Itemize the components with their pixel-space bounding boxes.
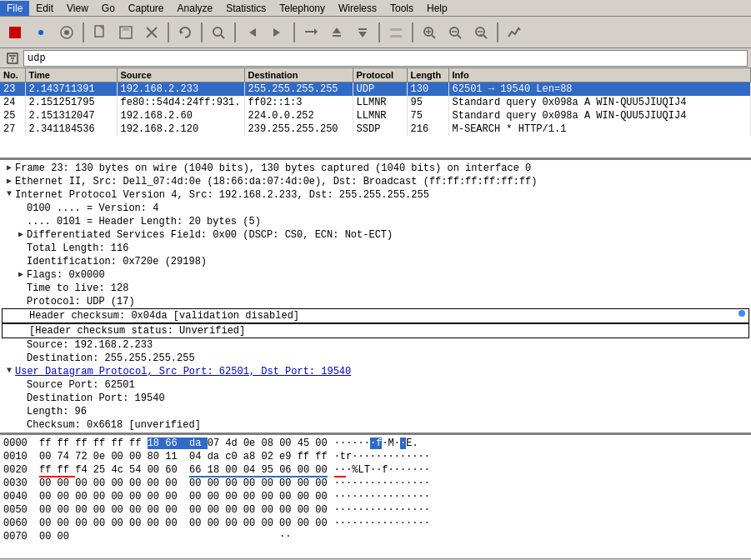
menu-statistics[interactable]: Statistics <box>219 1 273 16</box>
toolbar-zoom-reset-btn[interactable] <box>469 21 493 44</box>
detail-line-udp-src[interactable]: Source Port: 62501 <box>0 378 751 392</box>
svg-rect-7 <box>123 27 129 31</box>
toolbar-sep-8 <box>497 22 498 42</box>
detail-line-ip-ttl[interactable]: Time to live: 128 <box>0 282 751 295</box>
toolbar-sep-2 <box>168 22 169 42</box>
menu-help[interactable]: Help <box>420 1 454 16</box>
toolbar-open-btn[interactable] <box>29 21 53 44</box>
detail-line-ip-total-len[interactable]: Total Length: 116 <box>0 242 751 255</box>
detail-line-frame[interactable]: ▶Frame 23: 130 bytes on wire (1040 bits)… <box>0 162 751 175</box>
svg-rect-21 <box>390 28 402 31</box>
detail-line-ip-version[interactable]: 0100 .... = Version: 4 <box>0 202 751 215</box>
svg-marker-17 <box>333 28 341 33</box>
expand-arrow-ip-dscp: ▶ <box>15 229 27 239</box>
expand-arrow-ip: ▼ <box>3 189 15 198</box>
svg-rect-18 <box>333 35 341 37</box>
hex-row-0060: 006000 00 00 00 00 00 00 00 00 00 00 00 … <box>3 517 748 530</box>
toolbar-coloring-btn[interactable] <box>384 21 408 44</box>
detail-text-ip-version: 0100 .... = Version: 4 <box>27 202 748 214</box>
detail-text-frame: Frame 23: 130 bytes on wire (1040 bits),… <box>15 162 748 174</box>
col-header-dst[interactable]: Destination <box>244 68 353 82</box>
detail-text-ethernet: Ethernet II, Src: Dell_07:4d:0e (18:66:d… <box>15 176 748 188</box>
detail-text-udp-checksum: Checksum: 0x6618 [unverified] <box>27 419 748 431</box>
menu-telephony[interactable]: Telephony <box>273 1 332 16</box>
detail-text-ip-dscp: Differentiated Services Field: 0x00 (DSC… <box>27 229 748 241</box>
detail-line-ip-src[interactable]: Source: 192.168.2.233 <box>0 338 751 352</box>
checksum-dot <box>738 310 745 317</box>
hex-dump: 0000ff ff ff ff ff ff 18 66 da 07 4d 0e … <box>0 435 751 558</box>
toolbar-file-btn[interactable] <box>88 21 112 44</box>
toolbar-search-btn[interactable] <box>207 21 230 44</box>
detail-text-ip-ttl: Time to live: 128 <box>27 282 748 294</box>
toolbar-bottom-btn[interactable] <box>351 21 374 44</box>
col-header-time[interactable]: Time <box>25 68 117 82</box>
menu-wireless[interactable]: Wireless <box>332 1 383 16</box>
menu-file[interactable]: File <box>0 1 29 16</box>
detail-text-ip-src: Source: 192.168.2.233 <box>27 339 748 351</box>
col-header-no[interactable]: No. <box>0 68 25 82</box>
detail-line-ip-flags[interactable]: ▶Flags: 0x0000 <box>0 268 751 282</box>
detail-line-ethernet[interactable]: ▶Ethernet II, Src: Dell_07:4d:0e (18:66:… <box>0 175 751 188</box>
menu-tools[interactable]: Tools <box>383 1 420 16</box>
toolbar-forward-btn[interactable] <box>266 21 289 44</box>
table-row[interactable]: 232.143711391192.168.2.233255.255.255.25… <box>0 82 751 97</box>
menu-capture[interactable]: Capture <box>122 1 171 16</box>
detail-text-ip-total-len: Total Length: 116 <box>27 242 748 254</box>
detail-line-udp-dst[interactable]: Destination Port: 19540 <box>0 392 751 405</box>
svg-rect-0 <box>9 27 21 38</box>
menu-view[interactable]: View <box>60 1 95 16</box>
svg-point-4 <box>64 30 69 35</box>
detail-text-udp-len: Length: 96 <box>27 406 748 418</box>
packet-detail: ▶Frame 23: 130 bytes on wire (1040 bits)… <box>0 160 751 435</box>
toolbar-top-btn[interactable] <box>325 21 348 44</box>
detail-line-ip[interactable]: ▼Internet Protocol Version 4, Src: 192.1… <box>0 188 751 202</box>
toolbar-back-btn[interactable] <box>240 21 263 44</box>
detail-line-ip-id[interactable]: Identification: 0x720e (29198) <box>0 255 751 268</box>
table-row[interactable]: 252.151312047192.168.2.60224.0.0.252LLMN… <box>0 109 751 122</box>
detail-line-ip-hlen[interactable]: .... 0101 = Header Length: 20 bytes (5) <box>0 215 751 228</box>
toolbar-start-btn[interactable] <box>3 21 27 44</box>
toolbar-zoom-out-btn[interactable] <box>443 21 467 44</box>
detail-line-udp-checksum[interactable]: Checksum: 0x6618 [unverified] <box>0 418 751 432</box>
toolbar-close-btn[interactable] <box>140 21 163 44</box>
detail-text-ip: Internet Protocol Version 4, Src: 192.16… <box>15 189 748 201</box>
svg-rect-22 <box>390 32 402 34</box>
toolbar-saveas-btn[interactable] <box>114 21 138 44</box>
detail-line-ip-checksum[interactable]: Header checksum: 0x04da [validation disa… <box>2 308 749 323</box>
table-row[interactable]: 272.341184536192.168.2.120239.255.255.25… <box>0 122 751 136</box>
filter-input[interactable] <box>23 50 748 67</box>
toolbar-graph-btn[interactable] <box>503 21 526 44</box>
toolbar-sep-1 <box>83 22 84 42</box>
hex-row-0040: 004000 00 00 00 00 00 00 00 00 00 00 00 … <box>3 490 748 503</box>
svg-marker-16 <box>314 28 318 35</box>
menu-edit[interactable]: Edit <box>29 1 60 16</box>
col-header-len[interactable]: Length <box>407 68 448 82</box>
detail-line-udp[interactable]: ▼User Datagram Protocol, Src Port: 62501… <box>0 365 751 378</box>
col-header-src[interactable]: Source <box>117 68 244 82</box>
toolbar-goto-btn[interactable] <box>299 21 323 44</box>
expand-arrow-ethernet: ▶ <box>3 176 15 186</box>
svg-rect-20 <box>358 28 367 30</box>
filter-label <box>3 52 23 63</box>
svg-line-12 <box>221 35 224 38</box>
detail-line-ip-dst[interactable]: Destination: 255.255.255.255 <box>0 352 751 365</box>
toolbar-reload-btn[interactable] <box>173 21 197 44</box>
table-row[interactable]: 242.151251795fe80::54d4:24ff:931.ff02::1… <box>0 96 751 109</box>
detail-line-udp-len[interactable]: Length: 96 <box>0 405 751 418</box>
menu-go[interactable]: Go <box>95 1 122 16</box>
detail-text-ip-flags: Flags: 0x0000 <box>27 269 748 281</box>
toolbar-zoom-in-btn[interactable] <box>418 21 441 44</box>
detail-line-ip-proto[interactable]: Protocol: UDP (17) <box>0 295 751 308</box>
detail-text-ip-dst: Destination: 255.255.255.255 <box>27 352 748 364</box>
menu-analyze[interactable]: Analyze <box>171 1 220 16</box>
svg-rect-23 <box>390 35 402 38</box>
col-header-proto[interactable]: Protocol <box>353 68 407 82</box>
toolbar-settings-btn[interactable] <box>55 21 78 44</box>
col-header-info[interactable]: Info <box>448 68 750 82</box>
toolbar-sep-5 <box>293 22 295 42</box>
detail-line-ip-dscp[interactable]: ▶Differentiated Services Field: 0x00 (DS… <box>0 228 751 242</box>
svg-marker-14 <box>273 28 280 37</box>
detail-line-ip-checksum-status[interactable]: [Header checksum status: Unverified] <box>2 323 749 338</box>
filter-bar <box>0 48 751 68</box>
hex-row-0050: 005000 00 00 00 00 00 00 00 00 00 00 00 … <box>3 503 748 517</box>
